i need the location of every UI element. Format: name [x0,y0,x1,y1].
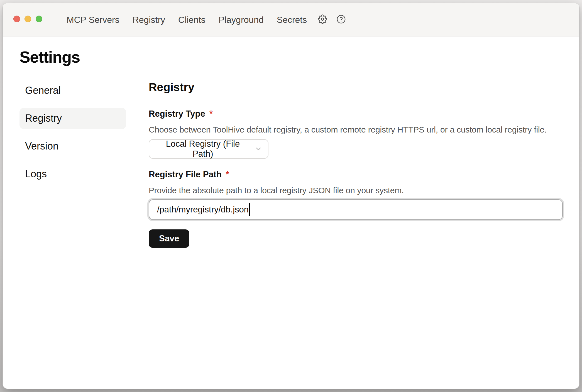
registry-settings-panel: Registry Registry Type * Choose between … [149,80,563,248]
nav-item-secrets[interactable]: Secrets [277,15,307,25]
select-value: Local Registry (File Path) [156,139,250,159]
app-window: MCP Servers Registry Clients Playground … [3,3,579,389]
chevron-down-icon [255,145,262,153]
sidebar-item-version[interactable]: Version [19,136,126,157]
help-circle-icon [336,14,346,24]
registry-file-path-description: Provide the absolute path to a local reg… [149,185,563,196]
required-asterisk: * [226,169,229,180]
registry-type-select[interactable]: Local Registry (File Path) [149,139,268,159]
registry-file-path-input[interactable]: /path/myregistry/db.json [149,199,563,220]
sidebar-item-logs[interactable]: Logs [19,163,126,185]
settings-page: Settings General Registry Version Logs R… [3,36,579,248]
text-caret [249,203,250,216]
sidebar-item-general[interactable]: General [19,80,126,101]
registry-type-description: Choose between ToolHive default registry… [149,124,563,136]
minimize-window-button[interactable] [25,16,31,22]
section-title: Registry [149,81,563,94]
nav-item-mcp-servers[interactable]: MCP Servers [67,15,119,25]
save-button[interactable]: Save [149,229,189,248]
registry-type-field: Registry Type * Choose between ToolHive … [149,108,563,159]
nav-item-clients[interactable]: Clients [178,15,206,25]
settings-sidebar: General Registry Version Logs [19,80,126,248]
input-value: /path/myregistry/db.json [157,205,249,215]
registry-file-path-field: Registry File Path * Provide the absolut… [149,169,563,220]
settings-gear-button[interactable] [318,14,327,24]
close-window-button[interactable] [13,16,20,22]
titlebar-divider [309,9,309,30]
nav-item-playground[interactable]: Playground [219,15,264,25]
window-controls [13,16,42,22]
page-title: Settings [19,48,563,67]
titlebar: MCP Servers Registry Clients Playground … [3,3,579,36]
top-navigation: MCP Servers Registry Clients Playground … [67,3,307,36]
gear-icon [318,14,327,24]
required-asterisk: * [209,108,213,120]
zoom-window-button[interactable] [36,16,42,22]
registry-type-label: Registry Type [149,108,205,120]
help-button[interactable] [336,14,346,24]
nav-item-registry[interactable]: Registry [133,15,165,25]
registry-file-path-label: Registry File Path [149,169,222,180]
sidebar-item-registry[interactable]: Registry [19,108,126,129]
